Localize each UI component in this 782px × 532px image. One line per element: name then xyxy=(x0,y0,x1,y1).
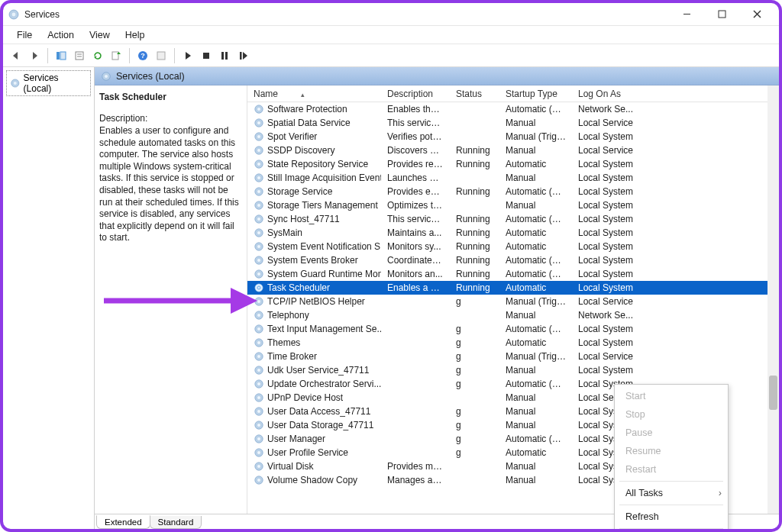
minimize-button[interactable] xyxy=(669,3,704,26)
service-desc: Enables a us... xyxy=(381,282,450,293)
service-logon: Network Se... xyxy=(572,104,641,114)
ctx-start[interactable]: Start xyxy=(615,387,728,405)
service-startup: Automatic xyxy=(499,159,572,169)
titlebar[interactable]: Services xyxy=(3,3,779,26)
maximize-button[interactable] xyxy=(704,3,739,26)
services-app-icon xyxy=(8,8,20,21)
service-row[interactable]: Task Scheduler Enables a us... Running A… xyxy=(247,281,779,295)
service-row[interactable]: Spot Verifier Verifies pote... Manual (T… xyxy=(247,130,779,143)
service-row[interactable]: Spatial Data Service This service i... M… xyxy=(247,116,779,130)
service-row[interactable]: Themes g Automatic Local System xyxy=(247,336,779,350)
service-row[interactable]: Storage Tiers Management Optimizes th...… xyxy=(247,198,779,212)
menu-file[interactable]: File xyxy=(9,27,40,43)
header-startup[interactable]: Startup Type xyxy=(499,89,572,99)
start-service-button[interactable] xyxy=(179,47,196,64)
svg-point-25 xyxy=(257,135,260,138)
menubar: File Action View Help xyxy=(3,26,779,44)
service-row[interactable]: System Event Notification S... Monitors … xyxy=(247,240,779,253)
scroll-thumb[interactable] xyxy=(769,376,777,410)
close-button[interactable] xyxy=(739,3,774,26)
svg-rect-12 xyxy=(112,52,118,60)
stop-service-button[interactable] xyxy=(198,47,215,64)
service-row[interactable]: Software Protection Enables the ... Auto… xyxy=(247,102,779,116)
service-name: User Data Access_47711 xyxy=(267,406,370,417)
menu-view[interactable]: View xyxy=(82,27,118,43)
service-row[interactable]: System Guard Runtime Mon... Monitors an.… xyxy=(247,267,779,281)
pause-service-button[interactable] xyxy=(216,47,233,64)
svg-point-57 xyxy=(257,355,260,358)
ctx-restart[interactable]: Restart xyxy=(615,460,728,479)
service-startup: Manual xyxy=(499,145,572,156)
service-name: Task Scheduler xyxy=(267,282,330,293)
refresh-button[interactable] xyxy=(89,47,106,64)
service-row[interactable]: System Events Broker Coordinates ... Run… xyxy=(247,253,779,267)
ctx-pause[interactable]: Pause xyxy=(615,424,728,442)
service-row[interactable]: Udk User Service_47711 g Manual Local Sy… xyxy=(247,363,779,377)
help-button[interactable]: ? xyxy=(134,47,151,64)
menu-help[interactable]: Help xyxy=(118,27,153,43)
panel-header: Services (Local) xyxy=(95,67,779,85)
tab-standard[interactable]: Standard xyxy=(150,516,202,529)
service-logon: Local System xyxy=(572,365,641,376)
gear-icon xyxy=(254,392,264,403)
service-row[interactable]: SysMain Maintains a... Running Automatic… xyxy=(247,226,779,240)
service-row[interactable]: Sync Host_47711 This service ... Running… xyxy=(247,212,779,226)
svg-rect-18 xyxy=(225,52,228,60)
svg-point-47 xyxy=(257,286,260,289)
service-status: Running xyxy=(450,241,499,252)
help-button-2[interactable] xyxy=(153,47,170,64)
gear-icon xyxy=(254,118,264,128)
selected-service-name: Task Scheduler xyxy=(99,92,242,102)
service-name: Text Input Management Se... xyxy=(267,324,381,334)
service-desc: Provides req... xyxy=(381,159,450,169)
svg-rect-19 xyxy=(240,52,242,60)
service-desc: Discovers ne... xyxy=(381,145,450,156)
header-description[interactable]: Description xyxy=(381,89,450,99)
service-row[interactable]: TCP/IP NetBIOS Helper g Manual (Trigg...… xyxy=(247,295,779,308)
svg-point-55 xyxy=(257,341,260,344)
properties-button[interactable] xyxy=(71,47,88,64)
service-list[interactable]: Name▴ Description Status Startup Type Lo… xyxy=(247,85,779,514)
service-name: State Repository Service xyxy=(267,159,368,169)
tree-root-services-local[interactable]: Services (Local) xyxy=(6,70,91,96)
service-status: g xyxy=(450,296,499,307)
ctx-stop[interactable]: Stop xyxy=(615,405,728,424)
service-logon: Local System xyxy=(572,172,641,183)
context-menu: Start Stop Pause Resume Restart All Task… xyxy=(614,384,729,532)
service-row[interactable]: Storage Service Provides ena... Running … xyxy=(247,185,779,198)
gear-icon xyxy=(254,379,264,389)
header-status[interactable]: Status xyxy=(450,89,499,99)
service-row[interactable]: State Repository Service Provides req...… xyxy=(247,157,779,171)
ctx-resume[interactable]: Resume xyxy=(615,442,728,460)
service-name: User Manager xyxy=(267,434,325,444)
list-header[interactable]: Name▴ Description Status Startup Type Lo… xyxy=(247,85,779,102)
show-hide-tree-button[interactable] xyxy=(53,47,69,64)
service-name: Spatial Data Service xyxy=(267,118,351,128)
service-desc: Monitors sy... xyxy=(381,241,450,252)
export-list-button[interactable] xyxy=(108,47,124,64)
service-startup: Manual xyxy=(499,475,572,485)
ctx-all-tasks[interactable]: All Tasks xyxy=(615,484,728,502)
service-row[interactable]: Still Image Acquisition Events Launches … xyxy=(247,171,779,185)
svg-rect-16 xyxy=(203,53,209,59)
gear-icon xyxy=(254,310,264,321)
nav-back-button[interactable] xyxy=(8,47,24,64)
service-logon: Local Service xyxy=(572,296,641,307)
tab-extended[interactable]: Extended xyxy=(96,515,150,529)
menu-action[interactable]: Action xyxy=(40,27,82,43)
restart-service-button[interactable] xyxy=(234,47,251,64)
service-row[interactable]: Telephony Manual Network Se... xyxy=(247,308,779,322)
nav-forward-button[interactable] xyxy=(26,47,43,64)
service-logon: Local System xyxy=(572,282,641,293)
header-name[interactable]: Name▴ xyxy=(247,89,381,99)
header-logon[interactable]: Log On As xyxy=(572,89,641,99)
service-name: Storage Service xyxy=(267,186,332,197)
service-startup: Manual xyxy=(499,461,572,472)
service-row[interactable]: SSDP Discovery Discovers ne... Running M… xyxy=(247,143,779,157)
ctx-refresh[interactable]: Refresh xyxy=(615,508,728,526)
service-logon: Local System xyxy=(572,227,641,238)
service-name: Software Protection xyxy=(267,104,347,114)
vertical-scrollbar[interactable] xyxy=(767,85,779,514)
service-row[interactable]: Text Input Management Se... g Automatic … xyxy=(247,322,779,336)
service-row[interactable]: Time Broker g Manual (Trigg... Local Ser… xyxy=(247,350,779,363)
